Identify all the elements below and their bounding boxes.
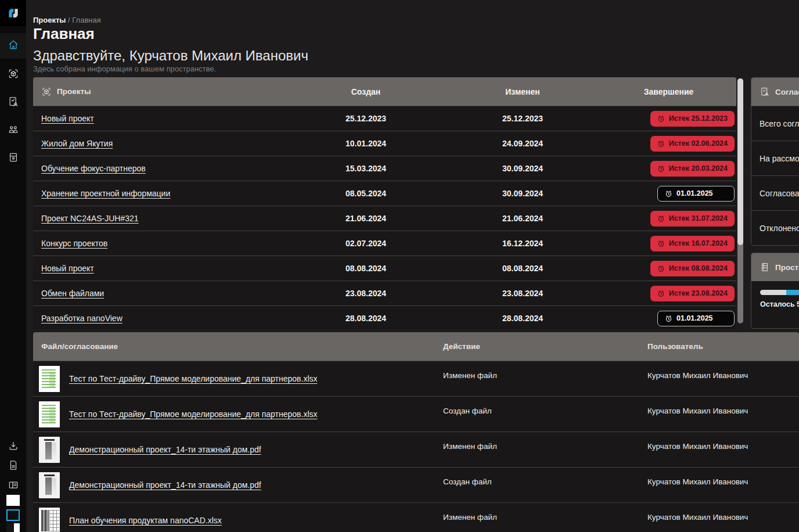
- home-icon: [8, 39, 19, 53]
- file-link[interactable]: Демонстрационный проект_14-ти этажный до…: [69, 445, 261, 454]
- project-link[interactable]: Обмен файлами: [41, 289, 104, 298]
- project-link[interactable]: Проект NC24AS-JUH#321: [41, 214, 139, 223]
- projects-header-title: Проекты: [33, 87, 287, 97]
- storage-card-header: Пространство: [751, 253, 799, 281]
- project-link[interactable]: Новый проект: [41, 264, 94, 273]
- journal-icon: [8, 479, 19, 493]
- xlsx-thumbnail-icon: [39, 366, 60, 392]
- document-icon: [8, 459, 19, 473]
- nanocad-logo-icon[interactable]: [0, 0, 26, 26]
- project-link[interactable]: Разработка nanoView: [41, 314, 123, 323]
- file-action: Изменен файл: [443, 432, 643, 467]
- column-user: Пользователь: [643, 342, 799, 351]
- project-row: Обмен файлами 23.08.2024 23.08.2024 Исте…: [33, 281, 736, 305]
- file-user: Курчатов Михаил Иванович: [643, 468, 799, 502]
- project-modified: 24.09.2024: [444, 139, 601, 148]
- project-created: 08.08.2024: [287, 264, 444, 273]
- project-modified: 23.08.2024: [444, 289, 601, 298]
- approval-doc-icon: [8, 96, 19, 110]
- approvals-item: Согласовано: [751, 175, 799, 210]
- column-action: Действие: [443, 342, 643, 351]
- sidebar-item-projects[interactable]: [0, 62, 26, 88]
- app-screen: Проекты / Главная Главная Здравствуйте, …: [0, 0, 799, 532]
- deadline-badge: Истек 20.03.2024: [650, 161, 735, 177]
- file-link[interactable]: Демонстрационный проект_14-ти этажный до…: [69, 480, 261, 490]
- file-row: Демонстрационный проект_14-ти этажный до…: [33, 432, 799, 467]
- deadline-badge: Истек 31.07.2024: [650, 211, 735, 227]
- project-modified: 08.08.2024: [444, 264, 601, 273]
- project-modified: 16.12.2024: [444, 239, 601, 248]
- project-created: 02.07.2024: [287, 239, 444, 248]
- breadcrumb: Проекты / Главная: [33, 16, 101, 24]
- project-created: 23.08.2024: [287, 289, 444, 298]
- file-user: Курчатов Михаил Иванович: [643, 432, 799, 467]
- project-row: Разработка nanoView 28.08.2024 28.08.202…: [33, 305, 736, 329]
- projects-table-header: Проекты Создан Изменен Завершение: [33, 77, 736, 106]
- file-link[interactable]: Тест по Тест-драйву_Прямое моделирование…: [69, 374, 318, 383]
- project-modified: 30.09.2024: [444, 164, 601, 173]
- server-icon: [8, 152, 19, 166]
- breadcrumb-current: Главная: [72, 16, 100, 24]
- project-created: 10.01.2024: [287, 139, 444, 148]
- file-action: Изменен файл: [443, 503, 643, 532]
- column-created: Создан: [287, 87, 444, 96]
- column-file: Файл/согласование: [33, 342, 443, 351]
- project-row: Проект NC24AS-JUH#321 21.06.2024 21.06.2…: [33, 206, 736, 231]
- file-user: Курчатов Михаил Иванович: [643, 361, 799, 396]
- projects-scrollbar-thumb[interactable]: [737, 78, 743, 245]
- sidebar-item-approvals[interactable]: [0, 90, 26, 116]
- cube-viewport-icon: [8, 68, 19, 82]
- download-icon: [8, 440, 19, 454]
- sidebar-item-storage[interactable]: [0, 146, 26, 171]
- project-link[interactable]: Новый проект: [41, 114, 94, 123]
- project-created: 21.06.2024: [287, 214, 444, 223]
- greeting: Здравствуйте, Курчатов Михаил Иванович: [33, 48, 308, 64]
- file-row: Тест по Тест-драйву_Прямое моделирование…: [33, 361, 799, 396]
- files-table: Файл/согласование Действие Пользователь …: [33, 332, 799, 532]
- deadline-badge: 01.01.2025: [657, 311, 735, 326]
- project-modified: 25.12.2023: [444, 114, 601, 123]
- approvals-item: На рассмотрении: [751, 141, 799, 175]
- project-created: 25.12.2023: [287, 114, 444, 123]
- project-row: Хранение проектной информации 08.05.2024…: [33, 181, 736, 206]
- project-link[interactable]: Обучение фокус-партнеров: [41, 164, 146, 173]
- storage-progress-used: [760, 290, 786, 295]
- deadline-badge: Истек 23.08.2024: [650, 286, 735, 301]
- file-row: План обучения продуктам nanoCAD.xlsx Изм…: [33, 502, 799, 532]
- project-row: Конкурс проектов 02.07.2024 16.12.2024 И…: [33, 231, 736, 256]
- breadcrumb-root[interactable]: Проекты: [33, 16, 66, 24]
- file-action: Создан файл: [443, 468, 643, 502]
- xlsx-thumbnail-icon: [39, 401, 60, 427]
- project-modified: 21.06.2024: [444, 214, 601, 223]
- project-link[interactable]: Жилой дом Якутия: [41, 139, 113, 148]
- files-table-header: Файл/согласование Действие Пользователь: [33, 332, 799, 361]
- storage-remaining-label: Осталось 5: [760, 300, 799, 308]
- project-created: 28.08.2024: [287, 314, 444, 323]
- pdf-thumbnail-icon: [39, 437, 60, 463]
- sidebar-item-home[interactable]: [0, 33, 26, 59]
- file-action: Создан файл: [443, 397, 643, 432]
- deadline-badge: 01.01.2025: [657, 186, 735, 202]
- theme-dark-swatch[interactable]: [6, 509, 20, 521]
- sidebar: [0, 0, 26, 532]
- column-modified: Изменен: [444, 87, 601, 96]
- file-link[interactable]: Тест по Тест-драйву_Прямое моделирование…: [69, 409, 318, 419]
- storage-progress-bar: [760, 290, 799, 295]
- users-icon: [8, 124, 19, 138]
- project-link[interactable]: Хранение проектной информации: [41, 189, 170, 198]
- file-link[interactable]: План обучения продуктам nanoCAD.xlsx: [69, 516, 222, 525]
- theme-auto-swatch[interactable]: [6, 523, 20, 532]
- theme-light-swatch[interactable]: [6, 495, 20, 506]
- project-row: Жилой дом Якутия 10.01.2024 24.09.2024 И…: [33, 131, 736, 156]
- project-created: 15.03.2024: [287, 164, 444, 173]
- deadline-badge: Истек 02.06.2024: [650, 136, 735, 152]
- storage-progress-free: [786, 290, 799, 295]
- projects-scrollbar-track[interactable]: [737, 78, 743, 323]
- project-row: Обучение фокус-партнеров 15.03.2024 30.0…: [33, 156, 736, 181]
- deadline-badge: Истек 25.12.2023: [650, 111, 735, 127]
- project-link[interactable]: Конкурс проектов: [41, 239, 107, 248]
- sidebar-item-users[interactable]: [0, 118, 26, 143]
- pdf-thumbnail-icon: [39, 472, 60, 498]
- approvals-item: Всего согласований: [751, 106, 799, 141]
- storage-card: Пространство Осталось 5: [751, 253, 799, 329]
